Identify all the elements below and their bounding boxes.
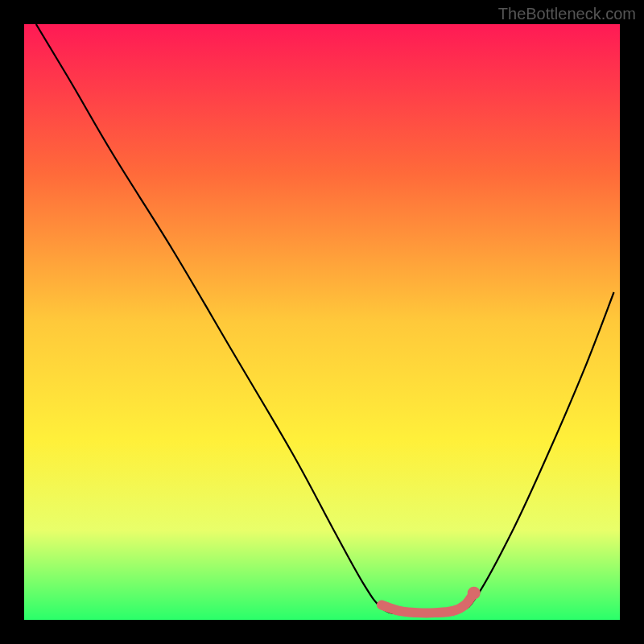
- watermark-text: TheBottleneck.com: [498, 5, 636, 23]
- chart-plot-area: [24, 24, 620, 620]
- chart-svg: [24, 24, 620, 620]
- optimal-band-end-dot: [468, 587, 481, 600]
- chart-background: [24, 24, 620, 620]
